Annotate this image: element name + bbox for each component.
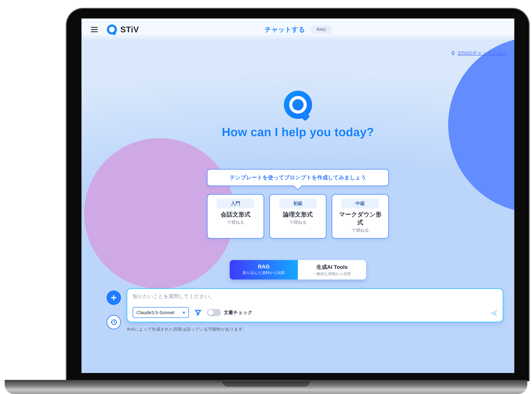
hamburger-menu-button[interactable] bbox=[91, 25, 100, 34]
template-card-beginner[interactable]: 入門 会話文形式 で尋ねる bbox=[207, 194, 264, 238]
help-what-is-stiv-link[interactable]: STiVのチャットとは？ bbox=[451, 50, 507, 56]
template-card-intermediate[interactable]: 中級 マークダウン形式 で尋ねる bbox=[332, 194, 389, 238]
card-sub: で尋ねる bbox=[274, 219, 322, 225]
history-button[interactable] bbox=[106, 315, 121, 329]
doc-check-label: 文書チェック bbox=[224, 309, 253, 316]
card-level-badge: 初級 bbox=[279, 199, 317, 208]
answer-mode-switch: RAG 取り込んだ資料から回答 生成AI Tools 一般的な情報から回答 bbox=[230, 260, 366, 280]
funnel-icon bbox=[194, 309, 202, 316]
hero-title: How can I help you today? bbox=[222, 125, 374, 139]
card-level-badge: 中級 bbox=[341, 199, 379, 208]
brand-name: STiV bbox=[120, 25, 139, 34]
chat-input[interactable]: 知りたいことを質問してください。 Claude3.5-Sonnet ▾ 文書チェ… bbox=[127, 288, 503, 322]
lightbulb-icon bbox=[451, 51, 456, 56]
card-level-badge: 入門 bbox=[217, 199, 254, 208]
chat-input-placeholder: 知りたいことを質問してください。 bbox=[132, 293, 497, 301]
mode-gen-ai-tools[interactable]: 生成AI Tools 一般的な情報から回答 bbox=[298, 260, 366, 280]
mode-sub: 取り込んだ資料から回答 bbox=[233, 270, 295, 275]
new-chat-button[interactable] bbox=[106, 290, 121, 305]
doc-check-toggle[interactable] bbox=[207, 309, 221, 316]
mode-title: RAG bbox=[233, 264, 295, 270]
filter-button[interactable] bbox=[194, 309, 202, 316]
hero-logo-icon bbox=[284, 91, 312, 119]
card-title: 会話文形式 bbox=[212, 211, 259, 218]
chevron-down-icon: ▾ bbox=[183, 310, 185, 315]
mode-title: 生成AI Tools bbox=[301, 264, 363, 271]
tab-rag-badge[interactable]: RAG bbox=[311, 26, 331, 34]
ai-disclaimer: ※AIによって生成された回答は誤っている可能性があります。 bbox=[127, 327, 503, 332]
card-title: 論理文形式 bbox=[274, 211, 322, 218]
plus-icon bbox=[110, 294, 117, 301]
card-sub: で尋ねる bbox=[212, 219, 259, 225]
model-selector[interactable]: Claude3.5-Sonnet ▾ bbox=[132, 307, 189, 318]
mode-rag[interactable]: RAG 取り込んだ資料から回答 bbox=[230, 260, 298, 280]
laptop-base bbox=[5, 380, 527, 394]
template-card-basic[interactable]: 初級 論理文形式 で尋ねる bbox=[269, 194, 326, 238]
history-icon bbox=[110, 319, 117, 326]
send-button[interactable] bbox=[489, 308, 499, 318]
card-sub: で尋ねる bbox=[337, 228, 384, 233]
tab-chat[interactable]: チャットする bbox=[265, 25, 305, 34]
send-icon bbox=[489, 308, 499, 318]
mode-sub: 一般的な情報から回答 bbox=[301, 271, 363, 276]
model-selected-label: Claude3.5-Sonnet bbox=[137, 310, 174, 315]
card-title: マークダウン形式 bbox=[337, 211, 384, 227]
template-callout: テンプレートを使ってプロンプトを作成してみましょう bbox=[207, 169, 389, 186]
brand-logo-icon bbox=[107, 25, 117, 35]
app-brand: STiV bbox=[107, 25, 139, 35]
